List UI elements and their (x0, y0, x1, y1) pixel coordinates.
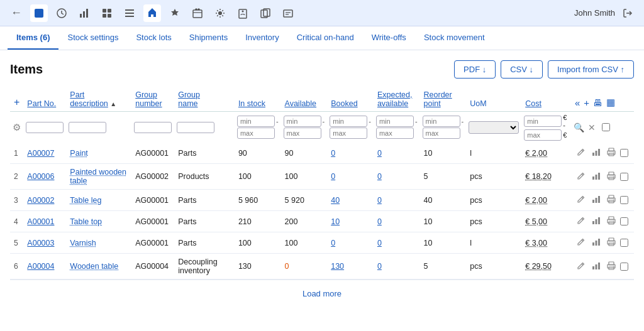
part-desc-link[interactable]: Varnish (70, 239, 96, 247)
chart-button[interactable] (590, 260, 602, 273)
tab-write-offs[interactable]: Write-offs (363, 26, 415, 50)
load-more-button[interactable]: Load more (10, 279, 634, 307)
row-checkbox[interactable] (620, 173, 628, 181)
part-no-link[interactable]: A00006 (27, 172, 54, 181)
print-row-button[interactable] (605, 146, 618, 160)
part-desc-link[interactable]: Wooden table (70, 262, 118, 271)
nav-icon-6[interactable] (143, 4, 161, 22)
nav-icon-9[interactable] (211, 4, 229, 22)
nav-icon-2[interactable] (53, 4, 70, 22)
print-icon[interactable]: 🖶 (593, 97, 602, 108)
expected-value[interactable]: 0 (377, 217, 382, 226)
part-no-link[interactable]: A00007 (27, 149, 54, 158)
expected-value[interactable]: 0 (377, 196, 382, 205)
sort-booked[interactable]: Booked (331, 99, 357, 108)
import-csv-button[interactable]: Import from CSV ↑ (548, 60, 634, 79)
filter-uom-select[interactable] (469, 121, 519, 134)
nav-icon-4[interactable] (98, 4, 116, 22)
print-row-button[interactable] (605, 193, 618, 207)
add-col-icon[interactable]: + (584, 97, 589, 108)
sort-part-desc[interactable]: Partdescription (70, 90, 108, 108)
expected-value[interactable]: 0 (377, 239, 382, 247)
nav-icon-12[interactable] (279, 4, 297, 22)
sort-in-stock[interactable]: In stock (238, 99, 265, 108)
edit-button[interactable] (575, 193, 587, 207)
row-checkbox[interactable] (620, 149, 628, 157)
print-row-button[interactable] (605, 215, 618, 228)
part-no-link[interactable]: A00001 (27, 217, 54, 226)
print-row-button[interactable] (605, 260, 618, 273)
edit-button[interactable] (575, 236, 587, 249)
tab-items[interactable]: Items (6) (8, 26, 58, 50)
filter-part-no-input[interactable] (26, 122, 64, 133)
pdf-button[interactable]: PDF ↓ (454, 60, 496, 79)
add-item-icon[interactable]: + (14, 97, 19, 107)
back-button[interactable]: ← (8, 4, 25, 22)
booked-value[interactable]: 10 (331, 217, 340, 226)
logout-icon[interactable] (619, 4, 636, 22)
part-no-link[interactable]: A00003 (27, 239, 54, 247)
chart-button[interactable] (590, 193, 602, 207)
chart-button[interactable] (590, 215, 602, 228)
row-checkbox[interactable] (620, 239, 628, 247)
filter-reorder-max[interactable] (423, 128, 460, 139)
print-row-button[interactable] (605, 236, 618, 249)
print-row-button[interactable] (605, 170, 618, 183)
booked-value[interactable]: 0 (331, 239, 335, 247)
sort-reorder[interactable]: Reorderpoint (424, 90, 452, 108)
nav-icon-7[interactable] (166, 4, 184, 22)
row-checkbox[interactable] (620, 196, 628, 204)
filter-expected-max[interactable] (376, 128, 414, 139)
nav-icon-8[interactable] (189, 4, 206, 22)
booked-value[interactable]: 40 (331, 196, 340, 205)
part-no-link[interactable]: A00004 (27, 262, 54, 271)
tab-critical-on-hand[interactable]: Critical on-hand (288, 26, 363, 50)
edit-button[interactable] (575, 215, 587, 228)
part-no-link[interactable]: A00002 (27, 196, 54, 205)
tab-stock-settings[interactable]: Stock settings (58, 26, 127, 50)
filter-group-name-input[interactable] (177, 122, 214, 133)
expected-value[interactable]: 0 (377, 172, 382, 181)
filter-booked-max[interactable] (330, 128, 367, 139)
nav-icon-5[interactable] (121, 4, 138, 22)
chart-button[interactable] (590, 236, 602, 249)
filter-available-max[interactable] (284, 128, 321, 139)
sort-group-num[interactable]: Groupnumber (135, 90, 162, 108)
row-checkbox[interactable] (620, 217, 628, 225)
filter-clear-icon[interactable]: ✕ (588, 122, 596, 133)
sort-group-name[interactable]: Groupname (178, 90, 200, 108)
booked-value[interactable]: 130 (331, 262, 344, 271)
filter-cost-max[interactable] (524, 129, 562, 141)
filter-icon[interactable]: ▦ (606, 97, 615, 108)
row-checkbox[interactable] (620, 263, 628, 271)
nav-icon-1[interactable] (30, 4, 48, 22)
expected-value[interactable]: 0 (377, 149, 382, 158)
expected-value[interactable]: 0 (377, 262, 382, 271)
sort-cost[interactable]: Cost (525, 99, 541, 108)
filter-cost-min[interactable] (524, 116, 562, 127)
chart-button[interactable] (590, 146, 602, 160)
filter-search-icon[interactable]: 🔍 (574, 122, 584, 133)
filter-reorder-min[interactable] (423, 116, 460, 127)
part-desc-link[interactable]: Paint (70, 149, 88, 158)
filter-group-num-input[interactable] (134, 122, 172, 133)
csv-button[interactable]: CSV ↓ (501, 60, 543, 79)
filter-part-desc-input[interactable] (69, 122, 106, 133)
nav-icon-10[interactable] (234, 4, 252, 22)
part-desc-link[interactable]: Table top (70, 217, 102, 226)
booked-value[interactable]: 0 (331, 172, 335, 181)
filter-gear-icon[interactable]: ⚙ (13, 122, 21, 133)
filter-booked-min[interactable] (330, 116, 367, 127)
tab-stock-movement[interactable]: Stock movement (415, 26, 494, 50)
tab-inventory[interactable]: Inventory (236, 26, 287, 50)
edit-button[interactable] (575, 170, 587, 183)
filter-in-stock-max[interactable] (237, 128, 275, 139)
tab-stock-lots[interactable]: Stock lots (127, 26, 180, 50)
sort-part-no[interactable]: Part No. (27, 99, 56, 108)
tab-shipments[interactable]: Shipments (180, 26, 236, 50)
part-desc-link[interactable]: Table leg (70, 196, 101, 205)
nav-icon-11[interactable] (257, 4, 274, 22)
filter-available-min[interactable] (284, 116, 321, 127)
sort-expected[interactable]: Expected,available (377, 90, 413, 108)
nav-icon-3[interactable] (75, 4, 93, 22)
